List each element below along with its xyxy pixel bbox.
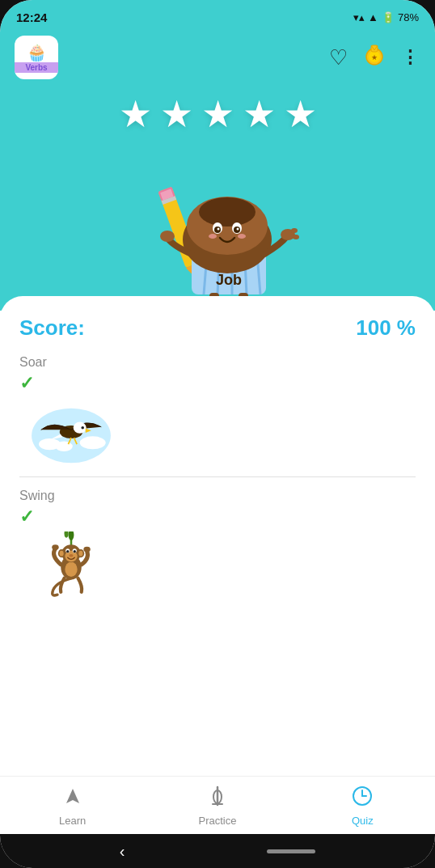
app-logo: 🧁 Verbs (15, 36, 58, 79)
svg-point-41 (55, 442, 72, 451)
phone-frame: 12:24 ▾▴ ▲ 🔋 78% 🧁 Verbs ♡ ★ (0, 0, 435, 868)
quiz-item-word-swing: Swing (19, 489, 416, 503)
svg-point-65 (83, 546, 91, 552)
battery-percent: 78% (398, 11, 419, 23)
svg-point-55 (60, 550, 64, 556)
nav-label-quiz: Quiz (352, 815, 374, 827)
app-bar: 🧁 Verbs ♡ ★ ⋮ (0, 31, 435, 87)
quiz-item-soar: Soar ✓ (19, 355, 416, 468)
practice-icon (207, 785, 228, 812)
score-label: Score: (19, 315, 85, 341)
wifi-icon: ▾▴ (353, 11, 365, 23)
svg-point-29 (209, 234, 217, 239)
stars-row: ★ ★ ★ ★ ★ (119, 95, 317, 133)
svg-point-64 (52, 544, 59, 550)
svg-marker-66 (66, 789, 79, 803)
quiz-check-soar: ✓ (19, 373, 416, 394)
svg-point-31 (160, 231, 175, 242)
learn-icon (62, 785, 83, 812)
svg-point-57 (78, 550, 82, 556)
divider-1 (19, 476, 416, 477)
logo-emoji: 🧁 (27, 43, 47, 62)
nav-item-quiz[interactable]: Quiz (290, 785, 435, 827)
nav-item-learn[interactable]: Learn (0, 785, 145, 827)
status-icons: ▾▴ ▲ 🔋 78% (353, 11, 419, 23)
svg-point-52 (65, 561, 77, 577)
quiz-item-word-soar: Soar (19, 355, 416, 370)
medal-icon[interactable]: ★ (362, 43, 386, 73)
svg-point-34 (293, 235, 299, 239)
nav-item-practice[interactable]: Practice (145, 785, 289, 827)
svg-point-45 (81, 426, 84, 430)
status-time: 12:24 (16, 11, 47, 24)
logo-label: Verbs (15, 62, 58, 73)
svg-point-62 (74, 549, 76, 552)
nav-label-learn: Learn (59, 815, 86, 827)
svg-text:Job: Job (216, 272, 242, 288)
svg-point-22 (199, 197, 256, 227)
heart-icon[interactable]: ♡ (329, 45, 348, 70)
svg-point-50 (65, 531, 69, 538)
score-value: 100 % (356, 315, 416, 341)
star-4: ★ (243, 95, 276, 133)
quiz-check-swing: ✓ (19, 506, 416, 527)
battery-icon: 🔋 (382, 11, 395, 23)
quiz-item-swing: Swing ✓ (19, 489, 416, 602)
svg-point-44 (74, 422, 87, 434)
score-row: Score: 100 % (19, 315, 416, 341)
quiz-image-swing (23, 529, 120, 602)
nav-label-practice: Practice (199, 815, 237, 827)
star-5: ★ (284, 95, 317, 133)
quiz-image-soar (23, 396, 120, 468)
system-nav-bar: ‹ (0, 834, 435, 868)
star-1: ★ (119, 95, 152, 133)
svg-point-28 (237, 228, 239, 231)
quiz-icon (352, 785, 373, 812)
more-icon[interactable]: ⋮ (401, 47, 420, 68)
svg-text:★: ★ (371, 53, 378, 61)
svg-point-30 (238, 234, 246, 239)
star-2: ★ (160, 95, 193, 133)
status-bar: 12:24 ▾▴ ▲ 🔋 78% (0, 0, 435, 31)
mascot-area: Good Job (129, 141, 306, 311)
back-button[interactable]: ‹ (120, 842, 125, 861)
svg-point-49 (69, 531, 74, 540)
svg-point-42 (80, 436, 106, 449)
svg-point-27 (218, 228, 220, 231)
svg-point-33 (291, 228, 298, 233)
svg-point-61 (66, 549, 69, 552)
svg-point-63 (69, 554, 73, 557)
bottom-nav: Learn Practice Quiz (0, 776, 435, 834)
home-indicator[interactable] (267, 849, 315, 853)
hero-area: ★ ★ ★ ★ ★ (0, 87, 435, 311)
main-card: Score: 100 % Soar ✓ (0, 296, 435, 776)
signal-icon: ▲ (368, 11, 378, 23)
app-bar-icons: ♡ ★ ⋮ (329, 43, 420, 73)
star-3: ★ (201, 95, 234, 133)
